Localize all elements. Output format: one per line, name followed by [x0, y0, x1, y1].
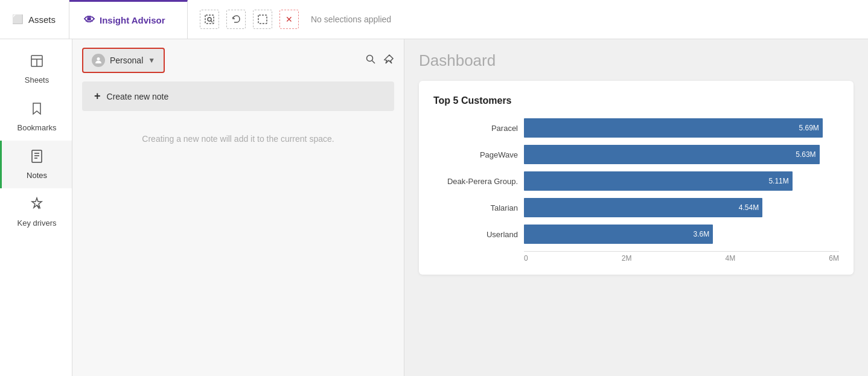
bar-fill: 4.54M [524, 198, 762, 217]
bar-row: Paracel5.69M [433, 118, 839, 138]
header-actions [365, 54, 394, 68]
clear-button[interactable]: ✕ [279, 10, 299, 29]
x-axis-6m: 6M [829, 254, 839, 263]
sidebar-item-key-drivers[interactable]: Key drivers [0, 188, 72, 236]
bar-value: 5.69M [799, 124, 819, 132]
x-axis-4m: 4M [726, 254, 736, 263]
sidebar-item-sheets[interactable]: Sheets [0, 45, 72, 93]
chart-x-axis: 0 2M 4M 6M [524, 251, 839, 263]
bar-fill: 5.63M [524, 145, 820, 164]
bar-container: 3.6M [524, 225, 839, 244]
bar-label: Talarian [433, 203, 518, 212]
bar-label: PageWave [433, 150, 518, 159]
sheets-icon [30, 54, 44, 72]
dashboard-title: Dashboard [419, 51, 854, 70]
insight-icon: 👁 [84, 14, 95, 27]
undo-button[interactable] [226, 10, 246, 29]
close-icon: ✕ [286, 14, 293, 24]
redo-button[interactable] [253, 10, 272, 29]
bar-fill: 5.11M [524, 171, 793, 191]
bar-value: 5.11M [768, 177, 788, 185]
bar-container: 5.69M [524, 118, 839, 138]
search-button[interactable] [365, 54, 376, 68]
bar-row: Userland3.6M [433, 225, 839, 244]
create-note-label: Create new note [107, 92, 169, 101]
svg-point-13 [367, 55, 373, 61]
svg-line-14 [372, 60, 375, 63]
insight-label: Insight Advisor [100, 15, 165, 25]
sidebar-label-key-drivers: Key drivers [17, 218, 56, 228]
person-icon [92, 54, 105, 67]
search-dashed-button[interactable] [200, 10, 219, 29]
insight-advisor-button[interactable]: 👁 Insight Advisor [69, 0, 188, 39]
bar-value: 5.63M [796, 150, 815, 159]
sidebar: Sheets Bookmarks Notes [0, 39, 72, 376]
svg-line-2 [211, 21, 213, 23]
no-selections-label: No selections applied [311, 14, 391, 24]
personal-label: Personal [110, 56, 143, 65]
svg-rect-3 [258, 15, 267, 24]
bar-fill: 5.69M [524, 118, 823, 138]
pin-button[interactable] [383, 54, 394, 68]
personal-dropdown[interactable]: Personal ▼ [82, 48, 165, 73]
assets-icon: ⬜ [12, 14, 24, 25]
assets-label: Assets [28, 14, 56, 25]
sidebar-item-notes[interactable]: Notes [0, 141, 72, 188]
notes-panel: Personal ▼ + Create new note [72, 39, 404, 376]
bar-row: Deak-Perera Group.5.11M [433, 171, 839, 191]
sidebar-label-bookmarks: Bookmarks [17, 123, 56, 132]
bar-row: Talarian4.54M [433, 198, 839, 217]
svg-point-1 [208, 18, 211, 21]
sidebar-label-sheets: Sheets [25, 75, 49, 84]
bar-container: 5.63M [524, 145, 839, 164]
bookmarks-icon [30, 101, 43, 119]
bar-value: 3.6M [694, 230, 710, 238]
bar-fill: 3.6M [524, 225, 713, 244]
x-axis-0: 0 [524, 254, 528, 263]
bar-container: 4.54M [524, 198, 839, 217]
chart-title: Top 5 Customers [433, 95, 839, 106]
plus-icon: + [94, 90, 101, 103]
bar-chart: Paracel5.69MPageWave5.63MDeak-Perera Gro… [433, 118, 839, 263]
bar-label: Deak-Perera Group. [433, 177, 518, 186]
x-axis-2m: 2M [622, 254, 632, 263]
svg-rect-7 [32, 150, 42, 162]
bar-row: PageWave5.63M [433, 145, 839, 164]
notes-icon [30, 149, 43, 167]
dashboard-area: Dashboard Top 5 Customers Paracel5.69MPa… [404, 39, 868, 376]
sidebar-label-notes: Notes [27, 171, 47, 180]
bar-label: Userland [433, 230, 518, 239]
assets-button[interactable]: ⬜ Assets [0, 0, 69, 39]
notes-empty-message: Creating a new note will add it to the c… [72, 121, 404, 158]
main-content: Sheets Bookmarks Notes [0, 39, 868, 376]
chevron-down-icon: ▼ [148, 56, 155, 65]
bar-container: 5.11M [524, 171, 839, 191]
chart-card: Top 5 Customers Paracel5.69MPageWave5.63… [419, 81, 854, 275]
create-note-button[interactable]: + Create new note [82, 81, 394, 111]
top-bar: ⬜ Assets 👁 Insight Advisor ✕ [0, 0, 868, 39]
top-bar-actions: ✕ No selections applied [188, 10, 868, 29]
bar-label: Paracel [433, 124, 518, 133]
svg-point-12 [97, 57, 100, 60]
notes-header: Personal ▼ [72, 39, 404, 81]
sidebar-item-bookmarks[interactable]: Bookmarks [0, 93, 72, 141]
bar-value: 4.54M [739, 203, 759, 212]
key-drivers-icon [30, 197, 44, 215]
